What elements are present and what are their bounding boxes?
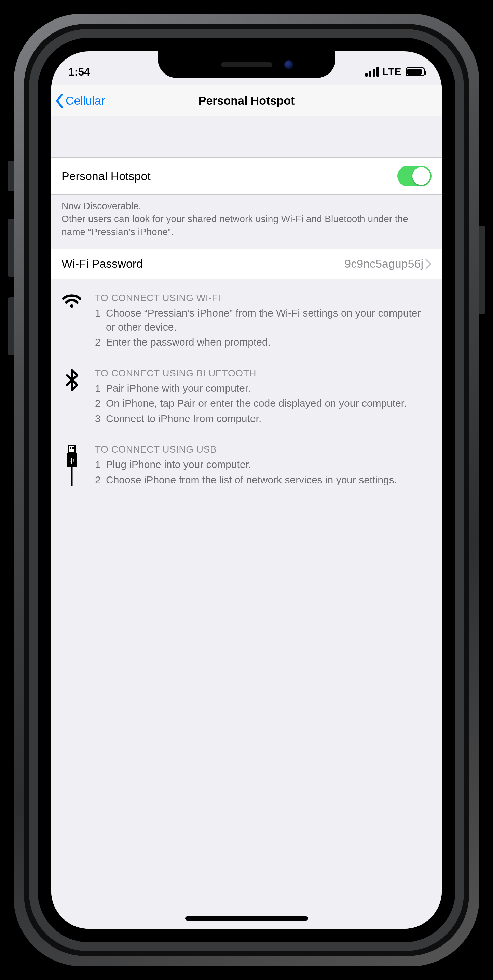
status-time: 1:54 [68,66,90,78]
back-button[interactable]: Cellular [55,86,105,116]
notch [158,51,336,78]
power-button[interactable] [479,226,485,315]
list-item: On iPhone, tap Pair or enter the code di… [95,396,431,410]
wifi-password-value: 9c9nc5agup56j [344,257,423,270]
battery-icon [406,67,425,76]
hotspot-toggle-row[interactable]: Personal Hotspot [51,157,442,195]
wifi-password-row[interactable]: Wi-Fi Password 9c9nc5agup56j [51,248,442,279]
discoverable-line2: Other users can look for your shared net… [62,213,431,239]
discoverable-line1: Now Discoverable. [62,200,431,213]
instructions-bluetooth: TO CONNECT USING BLUETOOTH Pair iPhone w… [62,368,431,427]
volume-down-button[interactable] [8,298,14,355]
instructions-wifi-steps: Choose “Pressian’s iPhone” from the Wi-F… [95,306,431,349]
mute-switch[interactable] [8,161,14,191]
svg-text:ψ: ψ [69,456,74,464]
nav-bar: Cellular Personal Hotspot [51,86,442,116]
usb-icon: ψ [62,444,82,488]
list-item: Choose iPhone from the list of network s… [95,473,431,487]
list-item: Choose “Pressian’s iPhone” from the Wi-F… [95,306,431,334]
back-label: Cellular [66,94,105,107]
instructions-area: TO CONNECT USING WI-FI Choose “Pressian’… [51,279,442,488]
instructions-wifi-heading: TO CONNECT USING WI-FI [95,293,431,304]
instructions-usb-heading: TO CONNECT USING USB [95,444,431,455]
front-camera [284,60,293,69]
page-title: Personal Hotspot [198,94,295,107]
instructions-wifi: TO CONNECT USING WI-FI Choose “Pressian’… [62,293,431,351]
content-area: Personal Hotspot Now Discoverable. Other… [51,116,442,929]
discoverable-footer: Now Discoverable. Other users can look f… [51,195,442,248]
svg-point-0 [70,304,74,308]
svg-rect-1 [68,445,75,453]
instructions-usb-steps: Plug iPhone into your computer. Choose i… [95,458,431,487]
instructions-bluetooth-heading: TO CONNECT USING BLUETOOTH [95,368,431,379]
switch-knob [412,167,430,185]
svg-rect-3 [73,447,74,449]
wifi-password-label: Wi-Fi Password [62,257,143,270]
wifi-icon [62,293,82,351]
hotspot-toggle-label: Personal Hotspot [62,170,151,183]
list-item: Enter the password when prompted. [95,335,431,349]
list-item: Pair iPhone with your computer. [95,382,431,396]
chevron-left-icon [55,94,65,108]
instructions-usb: ψ TO CONNECT USING USB Plug iPhone into … [62,444,431,488]
bluetooth-icon [62,368,82,427]
home-indicator[interactable] [185,916,308,921]
svg-rect-2 [70,447,71,449]
chevron-right-icon [425,259,431,269]
speaker-grill [221,62,272,67]
cellular-signal-icon [365,67,379,76]
hotspot-toggle-switch[interactable] [397,166,431,186]
list-item: Plug iPhone into your computer. [95,458,431,472]
list-item: Connect to iPhone from computer. [95,412,431,426]
network-type-label: LTE [382,66,401,78]
screen: 1:54 LTE Cellular Personal Hotspot Perso… [51,51,442,929]
volume-up-button[interactable] [8,219,14,277]
instructions-bluetooth-steps: Pair iPhone with your computer. On iPhon… [95,382,431,426]
